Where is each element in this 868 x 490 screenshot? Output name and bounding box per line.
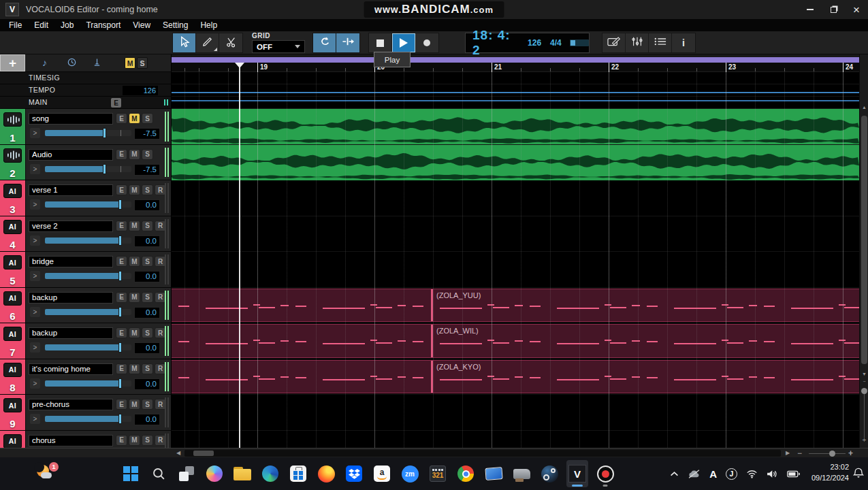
language-indicator[interactable]: A: [709, 468, 717, 480]
vzoom-slider[interactable]: [864, 391, 865, 438]
track-edit-button[interactable]: E: [116, 184, 127, 195]
track-edit-button[interactable]: E: [116, 292, 127, 303]
track-name-field[interactable]: verse 2: [29, 220, 113, 232]
menu-item-transport[interactable]: Transport: [80, 19, 127, 31]
hscroll-track[interactable]: [184, 450, 781, 457]
klite-codec-icon[interactable]: 321: [427, 460, 449, 487]
metronome-icon[interactable]: [93, 58, 101, 69]
track-expand-arrow[interactable]: >: [30, 307, 40, 317]
track-row[interactable]: AI4verse 2EMSR>0.0: [0, 216, 172, 252]
timeline-lane[interactable]: (ZOLA_YUU): [172, 288, 859, 324]
track-solo-button[interactable]: S: [142, 256, 153, 267]
pointer-tool-button[interactable]: [173, 33, 196, 52]
record-button[interactable]: [415, 33, 438, 52]
slider-thumb[interactable]: [103, 128, 106, 138]
notification-bell-icon[interactable]: [853, 468, 864, 481]
tempo-value[interactable]: 126: [123, 86, 158, 95]
track-name-field[interactable]: Audio: [29, 149, 113, 161]
tempo-lane[interactable]: [172, 84, 859, 97]
track-volume-slider[interactable]: [45, 273, 131, 279]
amazon-icon[interactable]: a: [371, 460, 393, 487]
timeline-lane[interactable]: [172, 216, 859, 252]
steam-icon[interactable]: [539, 460, 560, 487]
track-name-field[interactable]: pre-chorus: [29, 399, 113, 410]
edit-panel-button[interactable]: [602, 33, 626, 52]
bandicam-app-icon[interactable]: [594, 460, 616, 487]
track-volume-slider[interactable]: [45, 201, 131, 208]
measure-ruler[interactable]: 192021222324: [172, 63, 859, 72]
track-edit-button[interactable]: E: [116, 149, 127, 160]
track-row[interactable]: AI3verse 1EMSR>0.0: [0, 180, 172, 216]
timeline-area[interactable]: 192021222324 (ZOLA_YUU)(ZOLA_WIL)(ZOLA_K…: [172, 54, 859, 448]
track-solo-button[interactable]: S: [142, 113, 153, 124]
timeline-lane[interactable]: [172, 145, 859, 181]
firefox-icon[interactable]: [315, 460, 337, 487]
track-name-field[interactable]: backup: [29, 292, 113, 304]
chrome-icon[interactable]: [455, 460, 477, 487]
track-solo-button[interactable]: S: [142, 184, 153, 195]
track-color-strip[interactable]: AI7: [0, 323, 26, 359]
track-solo-button[interactable]: S: [142, 399, 153, 410]
weather-widget[interactable]: 1: [35, 462, 59, 485]
punch-button[interactable]: [336, 33, 359, 52]
vocal-part-region[interactable]: (ZOLA_KYO): [172, 360, 859, 394]
onedrive-paused-icon[interactable]: [688, 470, 701, 478]
loop-range-bar[interactable]: [172, 57, 859, 63]
play-button[interactable]: [392, 33, 415, 52]
track-volume-slider[interactable]: [45, 238, 131, 244]
scroll-up-button[interactable]: ▲: [860, 104, 868, 111]
track-color-strip[interactable]: 1: [0, 109, 26, 144]
track-mute-button[interactable]: M: [129, 184, 140, 195]
main-edit-button[interactable]: E: [111, 98, 121, 108]
main-row[interactable]: MAIN E: [0, 97, 171, 109]
hzoom-slider[interactable]: [809, 453, 846, 454]
clock-icon[interactable]: [67, 58, 76, 69]
track-volume-slider[interactable]: [45, 166, 131, 172]
copilot-icon[interactable]: [204, 460, 225, 487]
vscroll-thumb[interactable]: [861, 116, 867, 364]
scroll-left-button[interactable]: ◀: [174, 449, 183, 457]
track-row[interactable]: 1songEMS>-7.5: [0, 109, 172, 145]
vocaloid-app-icon[interactable]: V: [566, 460, 588, 487]
battery-icon[interactable]: [787, 470, 800, 478]
track-mute-button[interactable]: M: [129, 256, 140, 267]
track-volume-slider[interactable]: [45, 416, 131, 422]
playhead-line[interactable]: [239, 63, 240, 448]
file-explorer-icon[interactable]: [231, 460, 253, 487]
scroll-right-button[interactable]: ▶: [783, 449, 792, 457]
vzoom-in-button[interactable]: +: [860, 437, 868, 444]
track-row[interactable]: AI8it's coming homeEMSR>0.0: [0, 359, 172, 395]
track-color-strip[interactable]: AI4: [0, 216, 26, 252]
utility-app-icon[interactable]: [511, 460, 532, 487]
track-name-field[interactable]: bridge: [29, 256, 113, 267]
slider-thumb[interactable]: [118, 235, 122, 246]
note-icon[interactable]: ♪: [42, 57, 47, 68]
track-solo-button[interactable]: S: [142, 292, 153, 303]
search-button[interactable]: [148, 460, 170, 487]
slider-thumb[interactable]: [103, 164, 106, 174]
track-expand-arrow[interactable]: >: [30, 199, 40, 210]
scissors-tool-button[interactable]: [219, 33, 242, 52]
track-expand-arrow[interactable]: >: [30, 378, 40, 389]
track-volume-slider[interactable]: [45, 344, 131, 350]
mixer-button[interactable]: [626, 33, 649, 52]
grid-select[interactable]: OFF: [252, 40, 305, 53]
timeline-lane[interactable]: [172, 180, 859, 216]
menu-item-help[interactable]: Help: [194, 19, 223, 31]
hscroll-thumb[interactable]: [193, 451, 214, 456]
time-display[interactable]: 18: 4: 2 126 4/4: [465, 33, 590, 53]
vzoom-out-button[interactable]: −: [860, 378, 868, 385]
menu-item-edit[interactable]: Edit: [28, 19, 54, 31]
track-name-field[interactable]: song: [29, 113, 113, 125]
tray-chevron-up-icon[interactable]: [670, 471, 679, 477]
track-row[interactable]: AI9pre-chorusEMSR>0.0: [0, 395, 172, 431]
track-mute-button[interactable]: M: [129, 220, 140, 231]
start-button[interactable]: [120, 460, 142, 487]
track-mute-button[interactable]: M: [129, 113, 140, 124]
add-track-button[interactable]: +: [0, 54, 25, 71]
track-expand-arrow[interactable]: >: [30, 414, 40, 424]
menu-item-setting[interactable]: Setting: [157, 19, 194, 31]
taskbar-clock[interactable]: 23:02 09/12/2024: [811, 462, 849, 484]
dropbox-icon[interactable]: [343, 460, 365, 487]
restore-button[interactable]: [822, 0, 845, 19]
